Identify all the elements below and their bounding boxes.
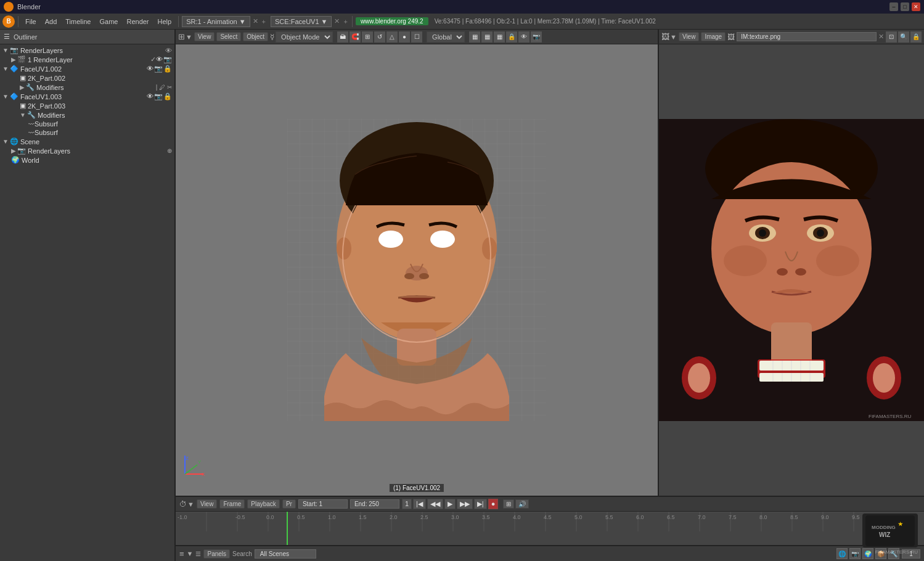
- eye-icon[interactable]: 👁: [156, 55, 163, 63]
- tree-arrow[interactable]: ▼: [2, 138, 9, 145]
- modifier-extra: | 🖊 ✂: [156, 84, 172, 91]
- eye2-icon[interactable]: 👁: [518, 31, 529, 43]
- timeline-dropdown[interactable]: ▼: [187, 501, 194, 508]
- tree-arrow[interactable]: ▶: [11, 56, 16, 63]
- orientation-dropdown[interactable]: Global: [427, 31, 465, 43]
- snap-icon[interactable]: 🧲: [350, 31, 361, 43]
- orientation-selector[interactable]: Global: [427, 31, 465, 43]
- tree-item-world[interactable]: 🌍 World: [0, 155, 174, 165]
- next-frame-btn[interactable]: ▶▶: [457, 499, 473, 509]
- eye-icon[interactable]: 👁: [147, 65, 153, 73]
- mode-dropdown[interactable]: Object Mode: [276, 31, 333, 43]
- close-button[interactable]: ✕: [912, 2, 920, 11]
- menu-timeline[interactable]: Timeline: [62, 17, 94, 27]
- minimize-button[interactable]: –: [889, 2, 898, 11]
- start-frame[interactable]: Start: 1: [298, 499, 348, 509]
- tree-item-renderlayers[interactable]: ▼ 📷 RenderLayers 👁: [0, 46, 174, 55]
- timeline-ruler[interactable]: -1.0 -0.5 0.0 0.5 1.0 1.5 2.0 2.5: [176, 512, 924, 545]
- lock-icon[interactable]: 🔒: [163, 65, 172, 73]
- lock-icon[interactable]: 🔒: [163, 92, 172, 100]
- maximize-button[interactable]: □: [901, 2, 909, 11]
- lock3-icon[interactable]: 🔒: [910, 31, 922, 43]
- end-frame[interactable]: End: 250: [350, 499, 399, 509]
- play-btn[interactable]: ▶: [444, 499, 456, 509]
- tl-extra1[interactable]: ⊞: [503, 499, 514, 509]
- dropdown-arrow[interactable]: ▼: [670, 33, 677, 41]
- scene-x1[interactable]: ✕: [253, 17, 258, 25]
- tree-arrow[interactable]: ▼: [2, 93, 9, 100]
- scene-x2[interactable]: ✕: [334, 17, 340, 25]
- dropdown-arrow[interactable]: ▼: [186, 33, 192, 41]
- object-menu[interactable]: Object: [243, 32, 268, 41]
- scene-search[interactable]: All Scenes: [255, 549, 316, 559]
- tree-item-subsurf2[interactable]: 〰 Subsurf: [0, 128, 174, 137]
- rotate-icon[interactable]: ↺: [374, 31, 385, 43]
- tree-item-modifiers002[interactable]: ▶ 🔧 Modifiers | 🖊 ✂: [0, 83, 174, 92]
- svg-point-32: [795, 268, 806, 276]
- panel-icon2[interactable]: 📷: [849, 548, 861, 559]
- tree-item-renderlayer1[interactable]: ▶ 🎬 1 RenderLayer ✓ 👁 📷: [0, 55, 174, 64]
- eye-icon[interactable]: 👁: [165, 47, 172, 54]
- view-btn[interactable]: View: [679, 32, 700, 41]
- tree-arrow[interactable]: ▶: [20, 84, 25, 91]
- props-dropdown[interactable]: ▼: [187, 550, 194, 557]
- tree-item-faceuv002[interactable]: ▼ 🔷 FaceUV1.002 👁 📷 🔒: [0, 64, 174, 73]
- select-menu[interactable]: Select: [216, 32, 241, 41]
- box-icon[interactable]: ☐: [411, 31, 422, 43]
- grid2-icon[interactable]: ⊞: [362, 31, 373, 43]
- tree-item-scene-renderlayers[interactable]: ▶ 📷 RenderLayers ⊕: [0, 146, 174, 155]
- tree-arrow[interactable]: ▼: [2, 47, 9, 54]
- jump-end-btn[interactable]: ▶|: [474, 499, 487, 509]
- grid-icon2[interactable]: ▦: [469, 31, 480, 43]
- image-content: FIFAMASTERS.RU: [659, 44, 924, 496]
- tri-icon[interactable]: △: [386, 31, 398, 43]
- tl-playback-btn[interactable]: Playback: [247, 499, 280, 509]
- lock2-icon[interactable]: 🔒: [506, 31, 517, 43]
- record-btn[interactable]: ●: [488, 499, 499, 509]
- dot-icon[interactable]: ●: [399, 31, 410, 43]
- render-icon[interactable]: 🏔: [337, 31, 348, 43]
- scene-select-1[interactable]: SR:1 - Animation ▼: [182, 16, 250, 27]
- tl-frame-btn[interactable]: Frame: [219, 499, 245, 509]
- render-icon[interactable]: 📷: [154, 92, 163, 100]
- tl-extra2[interactable]: 🔊: [515, 499, 529, 509]
- zoom-fit-icon[interactable]: ⊡: [886, 31, 897, 43]
- render-icon[interactable]: 📷: [163, 55, 172, 63]
- prev-frame-btn[interactable]: ◀◀: [427, 499, 443, 509]
- menu-add[interactable]: Add: [41, 17, 61, 27]
- view-menu[interactable]: View: [194, 32, 215, 41]
- render-icon[interactable]: 📷: [154, 65, 163, 73]
- grid-icon4[interactable]: ▦: [494, 31, 505, 43]
- menu-render[interactable]: Render: [123, 17, 152, 27]
- tree-item-subsurf1[interactable]: 〰 Subsurf: [0, 120, 174, 128]
- tree-arrow[interactable]: ▼: [20, 112, 26, 118]
- face-mesh-render: [287, 119, 546, 421]
- jump-start-btn[interactable]: |◀: [413, 499, 426, 509]
- image-btn[interactable]: Image: [701, 32, 726, 41]
- panel-icon1[interactable]: 🌐: [836, 548, 848, 559]
- menu-help[interactable]: Help: [154, 17, 176, 27]
- cam-icon[interactable]: 📷: [531, 31, 542, 43]
- tree-arrow[interactable]: ▶: [11, 147, 16, 154]
- image-close[interactable]: ✕: [878, 33, 884, 41]
- tl-pr-btn[interactable]: Pr: [282, 499, 296, 509]
- tree-item-modifiers003[interactable]: ▼ 🔧 Modifiers: [0, 110, 174, 120]
- image-name-field[interactable]: IM:texture.png: [737, 32, 877, 41]
- tree-item-scene[interactable]: ▼ 🌐 Scene: [0, 137, 174, 146]
- tl-view-btn[interactable]: View: [197, 499, 218, 509]
- scene-select-2[interactable]: SCE:FaceUV1 ▼: [271, 16, 332, 27]
- menu-file[interactable]: File: [22, 17, 40, 27]
- menu-game[interactable]: Game: [96, 17, 121, 27]
- tree-item-2kpart003[interactable]: ▣ 2K_Part.003: [0, 101, 174, 110]
- tree-item-2kpart002[interactable]: ▣ 2K_Part.002: [0, 73, 174, 83]
- grid-icon3[interactable]: ▦: [481, 31, 493, 43]
- mode-selector[interactable]: ☿ Object Mode: [270, 31, 333, 43]
- tree-item-faceuv003[interactable]: ▼ 🔷 FaceUV1.003 👁 📷 🔒: [0, 92, 174, 101]
- eye-icon[interactable]: 👁: [147, 92, 153, 100]
- zoom-icon[interactable]: 🔍: [898, 31, 909, 43]
- panels-btn[interactable]: Panels: [203, 549, 230, 559]
- tree-arrow[interactable]: ▼: [2, 65, 9, 72]
- scene-plus2[interactable]: +: [343, 18, 347, 25]
- current-frame[interactable]: 1: [402, 499, 412, 509]
- scene-plus1[interactable]: +: [262, 18, 266, 25]
